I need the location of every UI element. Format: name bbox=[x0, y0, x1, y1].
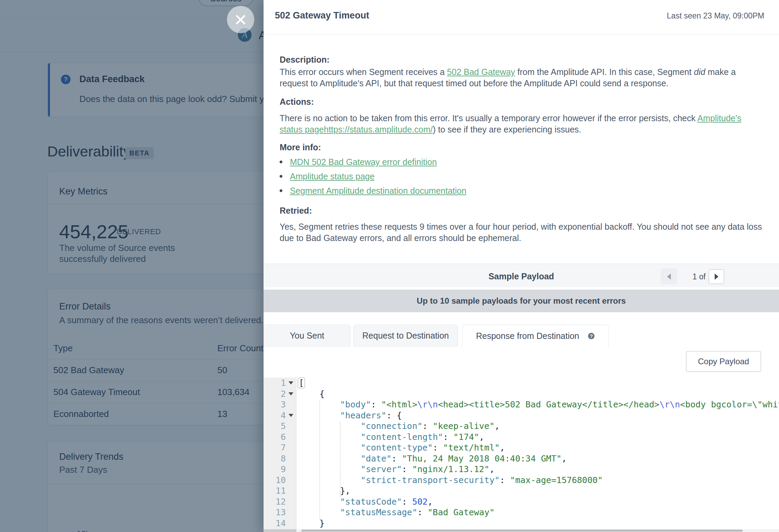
gutter-line: 13 bbox=[264, 507, 296, 518]
fold-caret-icon[interactable] bbox=[289, 392, 293, 395]
line-number: 8 bbox=[281, 453, 286, 464]
code-token: : bbox=[422, 421, 433, 431]
code-token: : bbox=[371, 400, 381, 409]
code-token: "server" bbox=[361, 464, 402, 474]
error-detail-modal: 502 Gateway Timeout Last seen 23 May, 09… bbox=[264, 0, 779, 532]
tab-label: Response from Destination bbox=[476, 331, 579, 341]
app-root: Sources A Amplitude ? Data Feedback Does… bbox=[0, 0, 779, 532]
gutter-line: 3 bbox=[264, 399, 296, 410]
code-token bbox=[299, 443, 361, 453]
code-token: 502 bbox=[412, 497, 427, 507]
code-token: "strict-transport-security" bbox=[361, 475, 500, 485]
code-token: "nginx/1.13.12" bbox=[412, 464, 489, 474]
line-number: 6 bbox=[281, 432, 286, 443]
line-number: 9 bbox=[281, 464, 286, 475]
description-paragraph: This error occurs when Segment receives … bbox=[280, 66, 766, 89]
line-number: 4 bbox=[281, 410, 286, 421]
code-token bbox=[299, 475, 361, 485]
code-token: <body bgcolor=\"white\"> bbox=[680, 400, 779, 409]
fold-caret-icon[interactable] bbox=[289, 381, 293, 384]
retried-paragraph: Yes, Segment retries these requests 9 ti… bbox=[280, 221, 766, 244]
code-token bbox=[299, 454, 361, 464]
line-number: 5 bbox=[281, 421, 286, 432]
bullet-icon bbox=[280, 189, 282, 192]
sample-payload-bar: Sample Payload 1 of 10 bbox=[264, 264, 779, 287]
line-number: 7 bbox=[281, 442, 286, 453]
code-token: <head><title>502 Bad Gateway</title></he… bbox=[438, 400, 659, 409]
line-number: 13 bbox=[276, 507, 286, 518]
close-icon[interactable] bbox=[227, 6, 254, 33]
gutter-line: 12 bbox=[264, 496, 296, 507]
code-token: "Thu, 24 May 2018 04:40:34 GMT" bbox=[402, 454, 562, 464]
code-token: : bbox=[500, 475, 510, 485]
more-info-list: MDN 502 Bad Gateway error definitionAmpl… bbox=[280, 155, 467, 198]
tab-request-to-destination[interactable]: Request to Destination bbox=[353, 325, 458, 346]
tab-response-from-destination[interactable]: Response from Destination? bbox=[462, 325, 609, 347]
fold-caret-icon[interactable] bbox=[289, 414, 293, 417]
code-token: "statusMessage" bbox=[340, 507, 417, 517]
paragraph-text: ) to see if they are experiencing issues… bbox=[433, 125, 581, 134]
code-token: "174" bbox=[454, 432, 479, 442]
code-token bbox=[299, 421, 361, 431]
line-number: 3 bbox=[281, 399, 286, 410]
prev-payload-button[interactable] bbox=[661, 268, 677, 284]
payload-info-banner: Up to 10 sample payloads for your most r… bbox=[264, 290, 779, 312]
code-token: : bbox=[402, 464, 412, 474]
code-line: [ bbox=[299, 378, 779, 389]
more-info-link[interactable]: MDN 502 Bad Gateway error definition bbox=[290, 157, 437, 167]
payload-code-viewer[interactable]: 1234567891011121314 [ { "body": "<html>\… bbox=[264, 378, 779, 529]
line-number: 1 bbox=[281, 378, 286, 389]
code-line: "content-length": "174", bbox=[299, 432, 779, 443]
more-info-label: More info: bbox=[280, 142, 321, 152]
code-token: : { bbox=[386, 410, 402, 420]
tab-you-sent[interactable]: You Sent bbox=[264, 325, 350, 346]
code-token: "keep-alive" bbox=[433, 421, 495, 431]
horizontal-scrollbar[interactable] bbox=[264, 529, 779, 532]
code-token: , bbox=[495, 421, 500, 431]
list-item: Segment Amplitude destination documentat… bbox=[280, 183, 467, 198]
more-info-link[interactable]: Segment Amplitude destination documentat… bbox=[290, 186, 467, 196]
gutter-line: 4 bbox=[264, 410, 296, 421]
code-token: "<html> bbox=[381, 400, 417, 409]
code-lines: [ { "body": "<html>\r\n<head><title>502 … bbox=[299, 378, 779, 529]
more-info-link[interactable]: Amplitude status page bbox=[290, 172, 374, 181]
code-token: \r\n bbox=[417, 400, 438, 409]
code-token: "headers" bbox=[340, 410, 386, 420]
gutter-line: 10 bbox=[264, 475, 296, 486]
modal-title: 502 Gateway Timeout bbox=[275, 10, 369, 21]
code-token bbox=[299, 432, 361, 442]
code-line: "statusMessage": "Bad Gateway" bbox=[299, 507, 779, 518]
code-token: "max-age=15768000" bbox=[510, 475, 603, 485]
code-token: , bbox=[562, 454, 567, 464]
code-line: { bbox=[299, 389, 779, 400]
paragraph-text: Yes, Segment retries these requests 9 ti… bbox=[280, 222, 762, 243]
list-item: Amplitude status page bbox=[280, 169, 467, 183]
line-number: 11 bbox=[276, 485, 286, 496]
indent-guide bbox=[340, 422, 341, 497]
gutter-line: 7 bbox=[264, 442, 296, 453]
chevron-left-icon bbox=[667, 274, 671, 280]
code-line: }, bbox=[299, 485, 779, 496]
code-token: : bbox=[402, 497, 412, 507]
paragraph-text: There is no action to be taken from this… bbox=[280, 113, 698, 123]
copy-payload-button[interactable]: Copy Payload bbox=[686, 351, 761, 372]
code-line: "body": "<html>\r\n<head><title>502 Bad … bbox=[299, 399, 779, 410]
scrollbar-thumb[interactable] bbox=[301, 530, 743, 532]
help-icon[interactable]: ? bbox=[588, 333, 595, 339]
list-item: MDN 502 Bad Gateway error definition bbox=[280, 155, 467, 169]
inline-link[interactable]: 502 Bad Gateway bbox=[447, 67, 515, 77]
code-line: "strict-transport-security": "max-age=15… bbox=[299, 475, 779, 486]
code-token: "content-type" bbox=[361, 443, 433, 453]
bullet-icon bbox=[280, 175, 282, 178]
code-token: : bbox=[433, 443, 443, 453]
code-line: "content-type": "text/html", bbox=[299, 442, 779, 453]
scrollbar-corner bbox=[264, 529, 296, 532]
code-token: , bbox=[479, 432, 484, 442]
code-token: : bbox=[443, 432, 453, 442]
code-line: "statusCode": 502, bbox=[299, 496, 779, 507]
tab-label: Request to Destination bbox=[362, 331, 449, 341]
code-token: "content-length" bbox=[361, 432, 443, 442]
code-gutter: 1234567891011121314 bbox=[264, 378, 296, 529]
retried-label: Retried: bbox=[280, 206, 312, 216]
next-payload-button[interactable] bbox=[708, 269, 724, 284]
